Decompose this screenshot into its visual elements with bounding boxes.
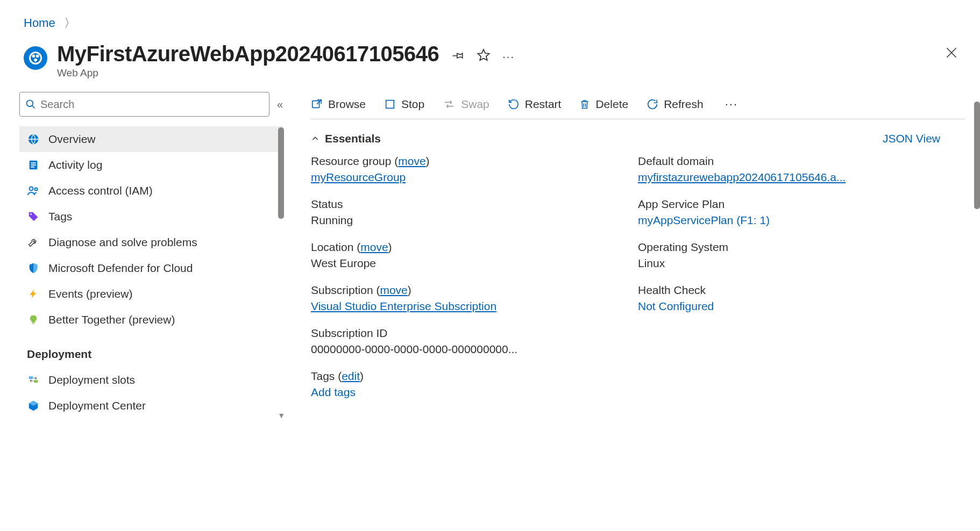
label-subscription: Subscription (move) (311, 284, 622, 297)
move-location-link[interactable]: move (360, 241, 388, 253)
commandbar-more-icon[interactable]: ··· (722, 97, 738, 111)
svg-rect-4 (31, 164, 35, 166)
value-app-service-plan[interactable]: myAppServicePlan (F1: 1) (638, 214, 933, 227)
svg-point-0 (27, 101, 33, 107)
section-deployment: Deployment (19, 333, 283, 367)
cmd-label: Refresh (664, 98, 704, 111)
sidebar-item-tags[interactable]: Tags (19, 204, 283, 229)
label-health-check: Health Check (638, 284, 933, 297)
search-input[interactable] (40, 98, 264, 111)
refresh-icon (647, 98, 658, 110)
command-bar: Browse Stop Swap Restart (311, 92, 965, 119)
value-subscription-id: 00000000-0000-0000-0000-000000000... (311, 343, 622, 356)
nav-label: Diagnose and solve problems (48, 236, 197, 249)
label-app-service-plan: App Service Plan (638, 198, 933, 211)
sidebar-search[interactable] (19, 92, 269, 117)
value-location: West Europe (311, 257, 622, 270)
swap-icon (443, 98, 456, 110)
svg-rect-3 (31, 162, 35, 163)
label-status: Status (311, 198, 622, 211)
sidebar-item-activity-log[interactable]: Activity log (19, 152, 283, 178)
bulb-icon (27, 313, 40, 326)
value-resource-group[interactable]: myResourceGroup (311, 171, 622, 184)
svg-point-8 (30, 213, 32, 215)
nav-label: Deployment slots (48, 374, 135, 386)
breadcrumb-home[interactable]: Home (24, 16, 55, 30)
nav-label: Tags (48, 210, 72, 223)
sidebar-item-better-together[interactable]: Better Together (preview) (19, 307, 283, 333)
sidebar-scrollbar[interactable] (278, 127, 284, 219)
label-tags: Tags (edit) (311, 370, 622, 383)
resource-type: Web App (57, 67, 439, 79)
resource-icon (24, 46, 47, 70)
svg-rect-10 (29, 376, 33, 379)
shield-icon (27, 262, 40, 275)
move-resource-group-link[interactable]: move (398, 155, 425, 167)
sidebar-item-deployment-center[interactable]: Deployment Center (19, 393, 283, 419)
nav-label: Microsoft Defender for Cloud (48, 262, 193, 275)
svg-point-7 (35, 188, 38, 191)
label-location: Location (move) (311, 241, 622, 254)
sidebar-item-events[interactable]: Events (preview) (19, 281, 283, 307)
cmd-label: Swap (461, 98, 489, 111)
browse-button[interactable]: Browse (311, 98, 366, 111)
nav-label: Overview (48, 133, 96, 146)
stop-button[interactable]: Stop (384, 98, 424, 111)
restart-icon (508, 98, 520, 110)
sidebar-item-iam[interactable]: Access control (IAM) (19, 178, 283, 204)
log-icon (27, 159, 40, 171)
stop-icon (384, 98, 396, 110)
edit-tags-link[interactable]: edit (342, 370, 360, 382)
chevron-right-icon: 〉 (64, 16, 76, 30)
svg-rect-9 (32, 323, 35, 324)
nav-label: Better Together (preview) (48, 313, 175, 326)
json-view-link[interactable]: JSON View (883, 132, 940, 145)
delete-button[interactable]: Delete (579, 98, 628, 111)
refresh-button[interactable]: Refresh (647, 98, 704, 111)
label-resource-group: Resource group (move) (311, 155, 622, 168)
cmd-label: Delete (595, 98, 628, 111)
cmd-label: Browse (328, 98, 366, 111)
value-subscription[interactable]: Visual Studio Enterprise Subscription (311, 300, 622, 313)
nav-label: Activity log (48, 159, 102, 171)
pin-icon[interactable] (452, 49, 465, 64)
value-operating-system: Linux (638, 257, 933, 270)
svg-rect-11 (34, 380, 38, 383)
box-icon (27, 399, 40, 412)
value-default-domain[interactable]: myfirstazurewebapp20240617105646.a... (638, 171, 846, 184)
globe-icon (27, 133, 40, 146)
scroll-down-icon[interactable]: ▼ (278, 411, 285, 420)
svg-point-6 (30, 187, 33, 191)
breadcrumb: Home 〉 (0, 0, 980, 35)
nav-label: Events (preview) (48, 288, 132, 300)
close-icon[interactable] (945, 45, 958, 63)
page-title: MyFirstAzureWebApp20240617105646 (57, 42, 439, 66)
main-scrollbar[interactable] (974, 102, 980, 209)
star-icon[interactable] (477, 48, 491, 65)
value-status: Running (311, 214, 622, 227)
restart-button[interactable]: Restart (508, 98, 562, 111)
trash-icon (579, 98, 590, 110)
slots-icon (27, 374, 40, 386)
more-icon[interactable]: ··· (502, 51, 515, 63)
label-subscription-id: Subscription ID (311, 327, 622, 340)
move-subscription-link[interactable]: move (380, 284, 407, 296)
svg-rect-12 (313, 101, 319, 108)
sidebar-item-defender[interactable]: Microsoft Defender for Cloud (19, 255, 283, 281)
add-tags-link[interactable]: Add tags (311, 386, 622, 399)
value-health-check[interactable]: Not Configured (638, 300, 933, 313)
chevron-up-icon (311, 134, 319, 143)
nav-label: Access control (IAM) (48, 184, 153, 197)
swap-button: Swap (443, 98, 489, 111)
collapse-sidebar-icon[interactable]: « (277, 98, 283, 111)
svg-rect-5 (31, 167, 34, 168)
sidebar-item-diagnose[interactable]: Diagnose and solve problems (19, 229, 283, 255)
cmd-label: Stop (401, 98, 424, 111)
search-icon (25, 99, 36, 110)
svg-rect-13 (386, 101, 394, 109)
sidebar-item-deployment-slots[interactable]: Deployment slots (19, 367, 283, 393)
sidebar-item-overview[interactable]: Overview (19, 126, 283, 152)
essentials-heading: Essentials (325, 132, 381, 145)
nav-label: Deployment Center (48, 399, 146, 412)
essentials-toggle[interactable]: Essentials (311, 132, 381, 145)
